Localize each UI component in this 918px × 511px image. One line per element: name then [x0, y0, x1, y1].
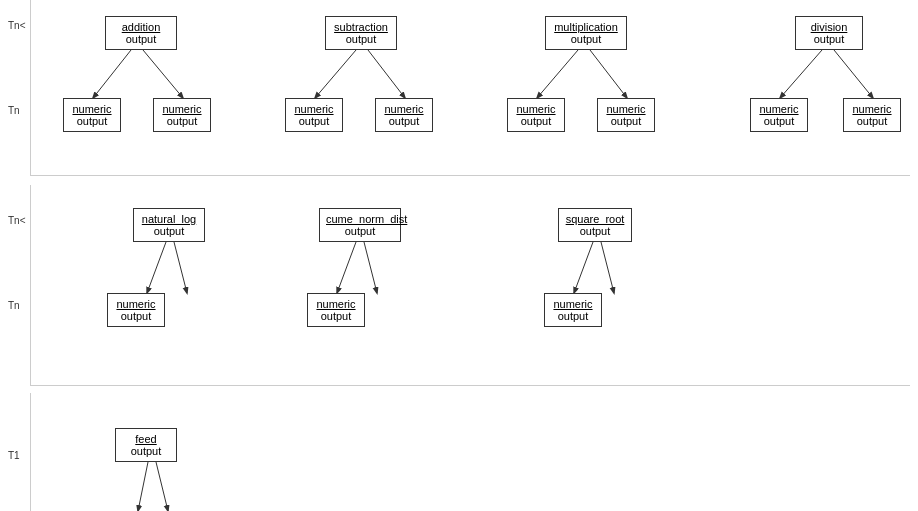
- multiplication-node-name: multiplication: [552, 21, 620, 33]
- addition-output-node: addition output: [105, 16, 177, 50]
- square-root-output-node: square_root output: [558, 208, 632, 242]
- subtraction-node-type: output: [332, 33, 390, 45]
- cume-num1-type: output: [314, 310, 358, 322]
- mul-num2-name: numeric: [604, 103, 648, 115]
- svg-line-11: [364, 242, 377, 293]
- sqrt-numeric1-node: numeric output: [544, 293, 602, 327]
- multiplication-output-node: multiplication output: [545, 16, 627, 50]
- feed-node-name: feed: [122, 433, 170, 445]
- svg-line-2: [315, 50, 356, 98]
- border-left-1: [30, 0, 31, 175]
- cume-norm-output-node: cume_norm_dist output: [319, 208, 401, 242]
- natlog-node-type: output: [140, 225, 198, 237]
- natlog-numeric1-node: numeric output: [107, 293, 165, 327]
- feed-output-node: feed output: [115, 428, 177, 462]
- add-num1-type: output: [70, 115, 114, 127]
- border-left-2: [30, 185, 31, 385]
- sub-num1-type: output: [292, 115, 336, 127]
- svg-line-10: [337, 242, 356, 293]
- natlog-num1-name: numeric: [114, 298, 158, 310]
- division-node-name: division: [802, 21, 856, 33]
- svg-line-6: [780, 50, 822, 98]
- div-numeric1-node: numeric output: [750, 98, 808, 132]
- sqrt-node-name: square_root: [565, 213, 625, 225]
- div-num2-type: output: [850, 115, 894, 127]
- sub-numeric2-node: numeric output: [375, 98, 433, 132]
- add-num1-name: numeric: [70, 103, 114, 115]
- sub-num1-name: numeric: [292, 103, 336, 115]
- multiplication-node-type: output: [552, 33, 620, 45]
- label-tn1: Tn: [8, 105, 20, 116]
- svg-line-14: [138, 462, 148, 511]
- sub-numeric1-node: numeric output: [285, 98, 343, 132]
- divider-2: [30, 385, 910, 386]
- svg-line-12: [574, 242, 593, 293]
- natlog-node-name: natural_log: [140, 213, 198, 225]
- cume-numeric1-node: numeric output: [307, 293, 365, 327]
- cume-num1-name: numeric: [314, 298, 358, 310]
- sqrt-num1-name: numeric: [551, 298, 595, 310]
- div-num1-type: output: [757, 115, 801, 127]
- add-numeric2-node: numeric output: [153, 98, 211, 132]
- svg-line-15: [156, 462, 168, 511]
- label-t1: T1: [8, 450, 20, 461]
- subtraction-node-name: subtraction: [332, 21, 390, 33]
- svg-line-8: [147, 242, 166, 293]
- cume-node-type: output: [326, 225, 394, 237]
- add-numeric1-node: numeric output: [63, 98, 121, 132]
- svg-line-3: [368, 50, 405, 98]
- natlog-num1-type: output: [114, 310, 158, 322]
- addition-node-type: output: [112, 33, 170, 45]
- label-tnc2: Tn<: [8, 215, 26, 226]
- division-node-type: output: [802, 33, 856, 45]
- label-tnc1: Tn<: [8, 20, 26, 31]
- div-numeric2-node: numeric output: [843, 98, 901, 132]
- sqrt-node-type: output: [565, 225, 625, 237]
- sqrt-num1-type: output: [551, 310, 595, 322]
- svg-line-0: [93, 50, 131, 98]
- svg-line-4: [537, 50, 578, 98]
- mul-numeric2-node: numeric output: [597, 98, 655, 132]
- add-num2-type: output: [160, 115, 204, 127]
- add-num2-name: numeric: [160, 103, 204, 115]
- svg-line-7: [834, 50, 873, 98]
- div-num1-name: numeric: [757, 103, 801, 115]
- mul-num1-type: output: [514, 115, 558, 127]
- divider-1: [30, 175, 910, 176]
- border-left-3: [30, 393, 31, 511]
- svg-line-5: [590, 50, 627, 98]
- svg-line-1: [143, 50, 183, 98]
- label-tn2: Tn: [8, 300, 20, 311]
- mul-numeric1-node: numeric output: [507, 98, 565, 132]
- feed-node-type: output: [122, 445, 170, 457]
- mul-num1-name: numeric: [514, 103, 558, 115]
- cume-node-name: cume_norm_dist: [326, 213, 394, 225]
- mul-num2-type: output: [604, 115, 648, 127]
- div-num2-name: numeric: [850, 103, 894, 115]
- sub-num2-name: numeric: [382, 103, 426, 115]
- svg-line-9: [174, 242, 187, 293]
- division-output-node: division output: [795, 16, 863, 50]
- addition-node-name: addition: [112, 21, 170, 33]
- natural-log-output-node: natural_log output: [133, 208, 205, 242]
- sub-num2-type: output: [382, 115, 426, 127]
- diagram-container: Tn< Tn Tn< Tn T1: [0, 0, 918, 511]
- subtraction-output-node: subtraction output: [325, 16, 397, 50]
- svg-line-13: [601, 242, 614, 293]
